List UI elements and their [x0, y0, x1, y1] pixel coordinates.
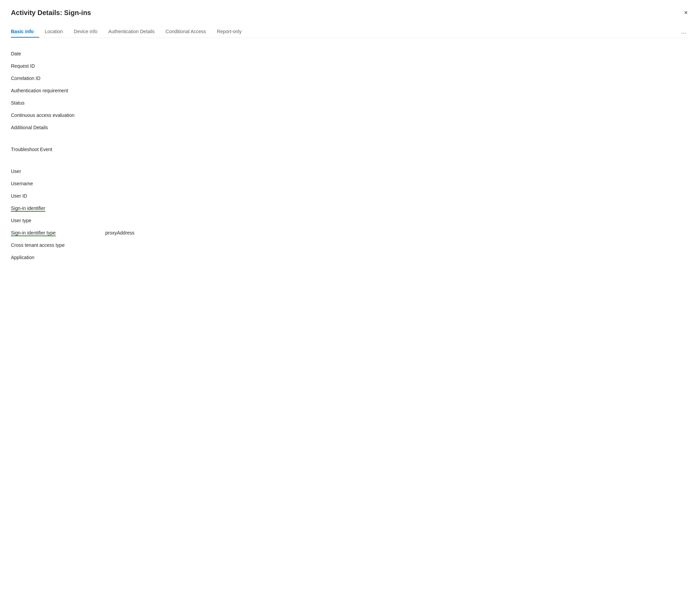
field-row-cross-tenant-access-type: Cross tenant access type [11, 239, 689, 251]
field-label-sign-in-identifier: Sign-in identifier [11, 205, 100, 211]
field-label-additional-details: Additional Details [11, 125, 100, 130]
field-row-application: Application [11, 251, 689, 264]
tab-authentication-details[interactable]: Authentication Details [103, 26, 160, 38]
field-row-additional-details: Additional Details [11, 121, 689, 134]
field-label-date: Date [11, 51, 100, 56]
field-row-user-id: User ID [11, 190, 689, 202]
dialog-header: Activity Details: Sign-ins × [11, 8, 689, 17]
field-label-continuous-access: Continuous access evaluation [11, 112, 100, 118]
field-label-auth-requirement: Authentication requirement [11, 88, 100, 93]
tab-conditional-access[interactable]: Conditional Access [160, 26, 211, 38]
field-row-sign-in-identifier-type: Sign-in identifier type proxyAddress [11, 227, 689, 239]
field-label-application: Application [11, 255, 100, 260]
field-label-sign-in-identifier-type: Sign-in identifier type [11, 230, 100, 236]
tabs-more-button[interactable]: ... [678, 25, 689, 38]
field-row-request-id: Request ID [11, 60, 689, 72]
field-row-username: Username [11, 177, 689, 190]
tab-location[interactable]: Location [39, 26, 68, 38]
close-button[interactable]: × [683, 8, 689, 17]
field-row-user-type: User type [11, 214, 689, 227]
field-row-auth-requirement: Authentication requirement [11, 84, 689, 97]
section-spacer-1 [11, 134, 689, 143]
field-label-correlation-id: Correlation ID [11, 76, 100, 81]
field-label-user-type: User type [11, 218, 100, 223]
tab-basic-info[interactable]: Basic info [11, 26, 39, 38]
field-row-troubleshoot-event: Troubleshoot Event [11, 143, 689, 156]
field-label-request-id: Request ID [11, 63, 100, 69]
tabs-container: Basic info Location Device info Authenti… [11, 25, 689, 38]
tab-device-info[interactable]: Device info [68, 26, 103, 38]
field-row-sign-in-identifier: Sign-in identifier [11, 202, 689, 214]
activity-details-dialog: Activity Details: Sign-ins × Basic info … [0, 0, 700, 602]
field-row-continuous-access: Continuous access evaluation [11, 109, 689, 121]
field-row-date: Date [11, 48, 689, 60]
field-value-sign-in-identifier-type: proxyAddress [105, 230, 135, 236]
dialog-title: Activity Details: Sign-ins [11, 8, 91, 17]
field-row-user: User [11, 165, 689, 177]
field-label-username: Username [11, 181, 100, 186]
field-label-troubleshoot-event: Troubleshoot Event [11, 147, 100, 152]
tab-report-only[interactable]: Report-only [211, 26, 247, 38]
content-area: Date Request ID Correlation ID Authentic… [11, 45, 689, 266]
field-label-user-id: User ID [11, 193, 100, 199]
section-spacer-2 [11, 156, 689, 165]
field-label-status: Status [11, 100, 100, 106]
field-row-correlation-id: Correlation ID [11, 72, 689, 84]
field-row-status: Status [11, 97, 689, 109]
field-label-cross-tenant-access-type: Cross tenant access type [11, 242, 100, 248]
field-label-user: User [11, 169, 100, 174]
